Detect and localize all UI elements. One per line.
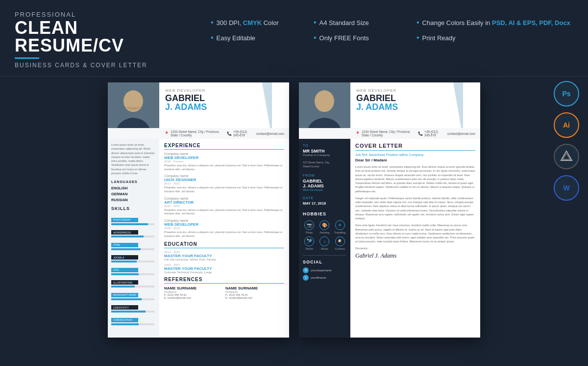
cover-contact-email: contact@email.com xyxy=(447,132,475,135)
cover-to-section: TO MR SMITH Position in Company 123 Stre… xyxy=(303,144,346,169)
music-icon: ♪ xyxy=(319,236,329,246)
languages-list: ENGLISH GERMAN RUSSIAN xyxy=(111,186,156,202)
skill-ms-word: MICROSOFT WORD xyxy=(111,289,156,300)
cover-from-section: FROM GABRIELJ. ADAMS Web Developer xyxy=(303,174,346,191)
edu-item-2: 2003 - 2007 MASTER YOUR FACULTY Colorado… xyxy=(164,263,284,274)
hobby-photo: 📷 Photo xyxy=(303,220,316,234)
skill-illustration: ILLUSTRATION xyxy=(111,277,156,288)
hobbies-divider xyxy=(303,255,346,256)
twitter-icon: t xyxy=(303,275,309,281)
blue-accent-line xyxy=(15,57,39,59)
hobby-cookery: 🍳 Cookery xyxy=(334,236,346,250)
cover-phone-icon: 📞 xyxy=(418,131,423,136)
cmyk-highlight: CMYK xyxy=(243,19,262,26)
lang-german: GERMAN xyxy=(111,192,156,196)
word-icon[interactable]: W xyxy=(554,175,579,201)
skills-list: PHOTOSHOP WORDPRESS HTML JOOMLA xyxy=(111,214,156,325)
feature-editable: Easy Editable xyxy=(211,31,314,45)
cover-letter-title: COVER LETTER xyxy=(355,143,475,151)
skill-photoshop: PHOTOSHOP xyxy=(111,214,156,225)
cover-signature: Gabriel J. Adams xyxy=(355,252,475,260)
hobbies-section: HOBBIES 📷 Photo 🎨 Painting ✈ Travellin xyxy=(303,211,346,281)
to-label: TO xyxy=(303,144,346,147)
resume-header: WEB DEVELOPER GABRIEL J. ADAMS 📍 1234 St… xyxy=(108,82,289,139)
date-label: DATE xyxy=(303,196,346,200)
resume-sidebar: Lorem ipsum dolor sit amet, consectetur … xyxy=(108,139,159,338)
feature-a4: A4 Standard Size xyxy=(314,16,416,30)
main-title: CLEAN RESUME/CV xyxy=(15,19,191,54)
ref-item-2: NAME SURNAME Profesion P: (012) 456 78 9… xyxy=(225,286,284,299)
sidebar-intro: Lorem ipsum dolor sit amet, consectetur … xyxy=(111,143,156,175)
skill-joomla: JOOMLA xyxy=(111,252,156,263)
professional-label: PROFESSIONAL xyxy=(15,11,191,18)
references-title: REFERENCES xyxy=(164,277,284,284)
feature-colors: Change Colors Easily in PSD, AI & EPS, P… xyxy=(416,16,573,30)
photoshop-icon[interactable]: Ps xyxy=(554,81,579,106)
cover-header: WEB DEVELOPER GABRIEL J. ADAMS 📍 1234 St… xyxy=(299,82,480,139)
tennis-icon: 🎾 xyxy=(304,236,314,246)
phone-icon: 📞 xyxy=(227,131,232,136)
cover-body-1: Lorem ipsum dolor sit amet, consectetur … xyxy=(355,165,475,193)
cover-body: TO MR SMITH Position in Company 123 Stre… xyxy=(299,139,480,338)
paint-icon: 🎨 xyxy=(319,220,329,230)
cover-recipient: MR SMITH xyxy=(303,149,346,154)
travel-icon: ✈ xyxy=(335,220,345,230)
affinity-icon[interactable] xyxy=(554,144,579,169)
cover-body-3: Nunc ante ligula, hendrerit nec risus ma… xyxy=(355,223,475,243)
cover-salutation: Dear Sir / Madam xyxy=(355,158,475,162)
exp-item-4: Company name WEB DEVELOPER 2009 - 2013 P… xyxy=(164,219,284,238)
hobby-tennis: 🎾 Tennis xyxy=(303,236,316,250)
education-list: 2014 - 2015 MASTER YOUR FACULTY Full Sai… xyxy=(164,251,284,274)
feature-fonts: Only FREE Fonts xyxy=(314,31,416,45)
svg-rect-5 xyxy=(316,98,333,112)
contact-phone: 📞 +39 (012) 345-678 xyxy=(227,130,251,137)
cover-sender: GABRIELJ. ADAMS xyxy=(303,179,346,188)
header: PROFESSIONAL CLEAN RESUME/CV BUSINESS CA… xyxy=(0,0,588,76)
subtitle: BUSINESS CARDS & COVER LETTER xyxy=(15,62,191,69)
software-icons: Ps Ai W xyxy=(554,81,579,201)
contact-address: 📍 1234 Street Name, City / Province, Sta… xyxy=(164,130,222,137)
location-icon: 📍 xyxy=(164,131,169,136)
header-divider xyxy=(0,76,588,77)
resume-main: EXPERIENCE Company name WEB DEVELOPER 20… xyxy=(159,139,289,338)
cover-body-2: Integer vel vulputate quam. Pellentesque… xyxy=(355,196,475,221)
cover-sender-role: Web Developer xyxy=(303,188,346,191)
previews-area: WEB DEVELOPER GABRIEL J. ADAMS 📍 1234 St… xyxy=(0,82,588,338)
social-twitter: t yourf8name xyxy=(303,275,346,281)
cover-date: MAY 17, 2018 xyxy=(303,201,346,206)
skill-creativity: CREATIVITY xyxy=(111,302,156,313)
cover-date-section: DATE MAY 17, 2018 xyxy=(303,196,346,206)
skill-communication: COMUNICATION xyxy=(111,314,156,325)
cover-contact: 📍 1234 Street Name, City / Province, Sta… xyxy=(299,128,480,139)
cover-job-ref: Job Ref: Advertised Position within Comp… xyxy=(355,153,475,157)
cover-contact-address: 📍 1234 Street Name, City / Province, Sta… xyxy=(355,130,413,137)
cover-recipient-address: 123 Street Name, City,State/Country xyxy=(303,160,346,169)
header-left: PROFESSIONAL CLEAN RESUME/CV BUSINESS CA… xyxy=(15,11,191,69)
cover-card: WEB DEVELOPER GABRIEL J. ADAMS 📍 1234 St… xyxy=(299,82,480,338)
resume-body: Lorem ipsum dolor sit amet, consectetur … xyxy=(108,139,289,338)
skill-wordpress: WORDPRESS xyxy=(111,227,156,238)
edu-item-1: 2014 - 2015 MASTER YOUR FACULTY Full Sai… xyxy=(164,251,284,261)
education-title: EDUCATION xyxy=(164,241,284,248)
cover-main: COVER LETTER Job Ref: Advertised Positio… xyxy=(350,139,480,338)
hobbies-title: HOBBIES xyxy=(303,211,346,216)
lang-english: ENGLISH xyxy=(111,186,156,190)
hobby-painting: 🎨 Painting xyxy=(318,220,331,234)
camera-icon: 📷 xyxy=(304,220,314,230)
illustrator-icon[interactable]: Ai xyxy=(554,112,579,138)
feature-print: Print Ready xyxy=(416,31,573,45)
experience-title: EXPERIENCE xyxy=(164,143,284,150)
exp-item-2: Company name UI/UX DESIGNER 2013 - 2015 … xyxy=(164,174,284,193)
cover-contact-phone: 📞 +39 (012) 345-678 xyxy=(418,130,442,137)
lang-russian: RUSSIAN xyxy=(111,198,156,202)
skills-title: SKILLS xyxy=(111,206,156,211)
exp-item-3: Company name ART DIRECTOR 2010 - 2014 Ph… xyxy=(164,197,284,216)
skill-css: CSS xyxy=(111,264,156,275)
ref-item-1: NAME SURNAME Profesion P: (012) 456 78 9… xyxy=(164,286,223,299)
experience-list: Company name WEB DEVELOPER 2016 - Presen… xyxy=(164,152,284,238)
exp-item-1: Company name WEB DEVELOPER 2016 - Presen… xyxy=(164,152,284,171)
from-label: FROM xyxy=(303,174,346,177)
social-skype: S yourskypename xyxy=(303,267,346,273)
cover-recipient-position: Position in Company xyxy=(303,154,346,157)
hobby-music: ♪ Music xyxy=(318,236,331,250)
